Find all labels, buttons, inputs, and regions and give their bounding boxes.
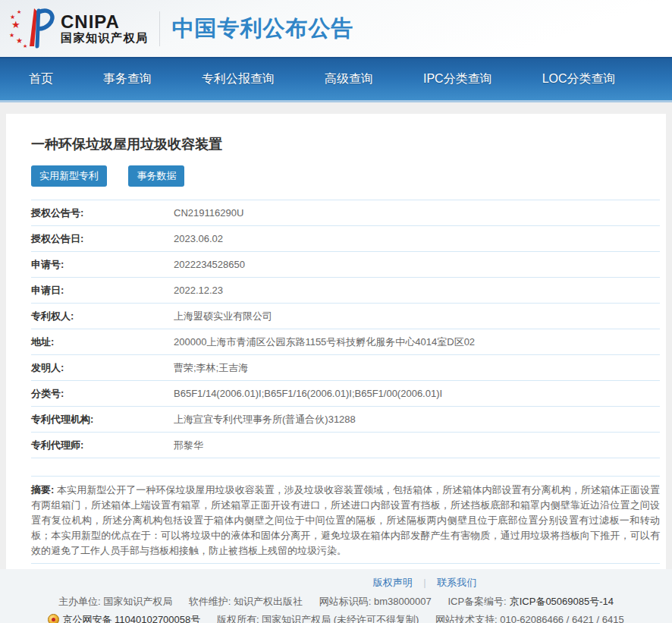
table-row-application-date: 申请日: 2022.12.23 <box>31 278 660 304</box>
field-value: 2023.06.02 <box>174 233 223 244</box>
transaction-data-button[interactable]: 事务数据 <box>128 165 184 187</box>
patent-info-table: 授权公告号: CN219116290U 授权公告日: 2023.06.02 申请… <box>31 200 660 477</box>
footer-beian-link[interactable]: 京公网安备 11040102700058号 <box>62 614 200 623</box>
site-title: 中国专利公布公告 <box>172 14 354 44</box>
field-label: 专利代理机构: <box>31 413 174 426</box>
copyright-statement-link[interactable]: 版权声明 <box>373 577 413 588</box>
footer-copyright-owner: 版权所有: 国家知识产权局 (未经许可不得复制) <box>217 614 419 623</box>
cnipa-logo-icon: ★ ★ ★ ★ ★ ★ <box>9 5 56 52</box>
patent-type-button[interactable]: 实用新型专利 <box>31 165 107 187</box>
abstract-label: 摘要: <box>31 484 54 496</box>
field-label: 地址: <box>31 335 174 349</box>
nav-item-transaction-query[interactable]: 事务查询 <box>103 71 152 87</box>
footer-links-row: 版权声明 | 联系我们 <box>89 576 672 590</box>
footer-tech-support: 网站技术支持: 010-62086466 / 6421 / 6415 <box>435 614 624 623</box>
site-footer: 版权声明 | 联系我们 主办单位: 国家知识产权局 软件维护: 知识产权出版社 … <box>0 569 672 623</box>
field-label: 授权公告日: <box>31 232 174 246</box>
logo-text: CNIPA 国家知识产权局 <box>61 12 149 45</box>
main-navigation: 首页 事务查询 专利公报查询 高级查询 IPC分类查询 LOC分类查询 <box>0 57 672 102</box>
site-header: ★ ★ ★ ★ ★ ★ CNIPA 国家知识产权局 中国专利公布公告 <box>0 0 672 57</box>
patent-abstract: 摘要: 本实用新型公开了一种环保垃圾屋用垃圾收容装置，涉及垃圾收容装置领域，包括… <box>31 477 660 564</box>
footer-site-code: 网站标识码: bm38000007 <box>319 596 432 607</box>
public-security-badge-icon <box>48 614 61 623</box>
cnipa-logo-link[interactable]: ★ ★ ★ ★ ★ ★ CNIPA 国家知识产权局 <box>9 5 149 52</box>
field-value: 200000上海市青浦区公园东路1155号科技孵化服务中心4014室D区02 <box>174 335 475 349</box>
nav-item-home[interactable]: 首页 <box>29 71 53 87</box>
table-row-grant-date: 授权公告日: 2023.06.02 <box>31 226 660 252</box>
field-value: 2022.12.23 <box>174 285 223 296</box>
footer-links-separator: | <box>423 577 425 588</box>
logo-acronym: CNIPA <box>61 12 149 32</box>
field-value: 邢黎华 <box>174 439 203 452</box>
patent-buttons-row: 实用新型专利 事务数据 <box>31 165 660 187</box>
table-row-address: 地址: 200000上海市青浦区公园东路1155号科技孵化服务中心4014室D区… <box>31 329 660 355</box>
table-row-inventors: 发明人: 曹荣;李林;王吉海 <box>31 355 660 381</box>
footer-software-maintainer: 软件维护: 知识产权出版社 <box>189 596 303 607</box>
field-label: 申请号: <box>31 258 174 272</box>
nav-item-gazette-query[interactable]: 专利公报查询 <box>202 71 275 87</box>
field-label: 专利权人: <box>31 310 174 323</box>
table-row-classification: 分类号: B65F1/14(2006.01)I;B65F1/16(2006.01… <box>31 381 660 407</box>
field-value: 上海宣宜专利代理事务所(普通合伙)31288 <box>174 413 356 426</box>
footer-icp-label: ICP备案编号: <box>447 596 506 607</box>
svg-text:★: ★ <box>11 19 20 30</box>
field-value: CN219116290U <box>174 207 243 219</box>
nav-item-advanced-query[interactable]: 高级查询 <box>325 71 373 87</box>
svg-text:★: ★ <box>16 36 23 45</box>
contact-us-link[interactable]: 联系我们 <box>437 577 476 588</box>
footer-info-line-1: 主办单位: 国家知识产权局 软件维护: 知识产权出版社 网站标识码: bm380… <box>0 595 672 609</box>
nav-item-loc-query[interactable]: LOC分类查询 <box>542 71 616 87</box>
field-label: 专利代理师: <box>31 439 174 452</box>
field-label: 申请日: <box>31 284 174 297</box>
field-value: 2022234528650 <box>174 259 245 270</box>
field-label: 授权公告号: <box>31 206 174 220</box>
header-divider <box>159 11 160 46</box>
table-row-empty <box>31 458 660 477</box>
footer-info-line-2: 京公网安备 11040102700058号 版权所有: 国家知识产权局 (未经许… <box>0 613 672 623</box>
svg-text:★: ★ <box>17 9 21 14</box>
field-value: B65F1/14(2006.01)I;B65F1/16(2006.01)I;B6… <box>174 388 442 399</box>
nav-item-ipc-query[interactable]: IPC分类查询 <box>423 71 492 87</box>
patent-detail-card: 一种环保垃圾屋用垃圾收容装置 实用新型专利 事务数据 授权公告号: CN2191… <box>6 114 666 569</box>
field-value: 上海盟硕实业有限公司 <box>174 310 272 323</box>
svg-text:★: ★ <box>9 32 14 39</box>
table-row-application-number: 申请号: 2022234528650 <box>31 252 660 278</box>
logo-org-name: 国家知识产权局 <box>61 32 149 45</box>
svg-text:★: ★ <box>23 43 27 49</box>
table-row-agent: 专利代理师: 邢黎华 <box>31 433 660 458</box>
table-row-agency: 专利代理机构: 上海宣宜专利代理事务所(普通合伙)31288 <box>31 407 660 433</box>
footer-icp-number-link[interactable]: 京ICP备05069085号-14 <box>510 596 614 607</box>
footer-host-unit: 主办单位: 国家知识产权局 <box>58 596 172 607</box>
field-label: 发明人: <box>31 361 174 375</box>
field-label: 分类号: <box>31 387 174 401</box>
abstract-text: 本实用新型公开了一种环保垃圾屋用垃圾收容装置，涉及垃圾收容装置领域，包括箱体，所… <box>31 484 660 556</box>
table-row-patentee: 专利权人: 上海盟硕实业有限公司 <box>31 304 660 329</box>
table-row-grant-number: 授权公告号: CN219116290U <box>31 200 660 226</box>
field-value: 曹荣;李林;王吉海 <box>174 361 248 375</box>
patent-title: 一种环保垃圾屋用垃圾收容装置 <box>31 135 660 153</box>
